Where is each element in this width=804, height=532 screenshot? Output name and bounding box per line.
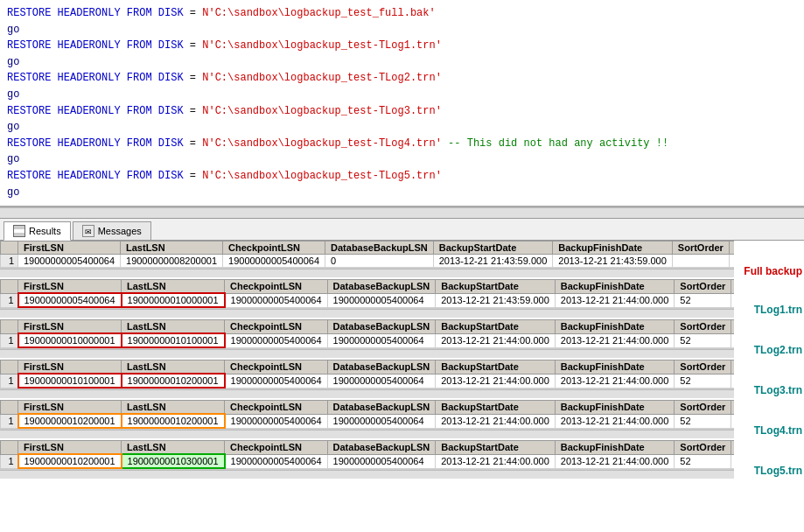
- cell-5: 2013-12-21 21:43:59.000: [553, 255, 673, 268]
- cell-6: 52: [675, 414, 731, 428]
- hscroll-4[interactable]: [0, 430, 734, 438]
- result-block-4: FirstLSNLastLSNCheckpointLSNDatabaseBack…: [0, 400, 804, 438]
- sql-line-5: RESTORE HEADERONLY FROM DISK = N'C:\sand…: [7, 70, 797, 87]
- cell-6: 52: [675, 374, 731, 388]
- col-header-firstlsn: FirstLSN: [18, 441, 122, 455]
- result-scroll-4[interactable]: FirstLSNLastLSNCheckpointLSNDatabaseBack…: [0, 400, 734, 430]
- cell-0: 19000000010100001: [18, 374, 122, 388]
- result-scroll-2[interactable]: FirstLSNLastLSNCheckpointLSNDatabaseBack…: [0, 319, 734, 349]
- col-header-firstlsn: FirstLSN: [18, 320, 122, 334]
- result-label-2: TLog2.trn: [754, 344, 802, 356]
- col-header-sortorder: SortOrder: [672, 242, 729, 255]
- cell-3: 0: [325, 255, 434, 268]
- cell-2: 19000000005400064: [225, 374, 328, 388]
- sql-line-6: go: [7, 87, 797, 103]
- result-label-0: Full backup: [744, 265, 802, 277]
- cell-3: 19000000005400064: [327, 414, 436, 428]
- cell-2: 19000000005400064: [225, 454, 328, 468]
- cell-0: 19000000010200001: [18, 454, 122, 468]
- col-header-checkpointlsn: CheckpointLSN: [225, 280, 328, 294]
- result-block-5: FirstLSNLastLSNCheckpointLSNDatabaseBack…: [0, 440, 804, 479]
- hscroll-2[interactable]: [0, 349, 734, 358]
- result-scroll-3[interactable]: FirstLSNLastLSNCheckpointLSNDatabaseBack…: [0, 360, 734, 389]
- row-number: 1: [1, 333, 18, 347]
- col-header-firstlsn: FirstLSN: [18, 280, 122, 294]
- cell-5: 2013-12-21 21:44:00.000: [555, 414, 675, 428]
- cell-4: 2013-12-21 21:43:59.000: [436, 293, 556, 307]
- results-container[interactable]: FirstLSNLastLSNCheckpointLSNDatabaseBack…: [0, 241, 804, 532]
- result-block-0: FirstLSNLastLSNCheckpointLSNDatabaseBack…: [0, 241, 804, 277]
- result-scroll-0[interactable]: FirstLSNLastLSNCheckpointLSNDatabaseBack…: [0, 241, 734, 269]
- col-header-codepage: CodePage: [731, 320, 734, 334]
- col-header-sortorder: SortOrder: [675, 320, 731, 334]
- sql-line-2: go: [7, 22, 797, 38]
- col-header-backupstartdate: BackupStartDate: [436, 441, 556, 455]
- cell-3: 19000000005400064: [327, 333, 436, 347]
- cell-1: 19000000010000001: [122, 293, 225, 307]
- tab-messages[interactable]: ✉ Messages: [73, 221, 151, 240]
- sql-line-10: go: [7, 151, 797, 168]
- hscroll-3[interactable]: [0, 389, 734, 398]
- col-header-firstlsn: FirstLSN: [18, 242, 121, 255]
- col-header-backupfinishdate: BackupFinishDate: [555, 320, 675, 334]
- cell-6: 52: [675, 293, 731, 307]
- col-header-codepage: CodePage: [729, 242, 734, 255]
- cell-0: 19000000010200001: [18, 414, 122, 428]
- col-header-sortorder: SortOrder: [675, 441, 731, 455]
- col-header-backupfinishdate: BackupFinishDate: [555, 280, 675, 294]
- cell-2: 19000000005400064: [225, 293, 328, 307]
- cell-5: 2013-12-21 21:44:00.000: [555, 293, 675, 307]
- hscroll-0[interactable]: [0, 269, 734, 277]
- message-icon: ✉: [82, 225, 94, 237]
- hscroll-5[interactable]: [0, 470, 734, 479]
- sql-editor[interactable]: RESTORE HEADERONLY FROM DISK = N'C:\sand…: [0, 0, 804, 207]
- cell-4: 2013-12-21 21:44:00.000: [436, 374, 556, 388]
- results-area: Results ✉ Messages FirstLSNLastLSNCheckp…: [0, 218, 804, 532]
- result-scroll-5[interactable]: FirstLSNLastLSNCheckpointLSNDatabaseBack…: [0, 440, 734, 470]
- cell-2: 19000000005400064: [225, 333, 328, 347]
- result-label-5: TLog5.trn: [754, 465, 802, 477]
- result-block-3: FirstLSNLastLSNCheckpointLSNDatabaseBack…: [0, 360, 804, 398]
- col-header-databasebackuplsn: DatabaseBackupLSN: [327, 401, 436, 415]
- result-table-4: FirstLSNLastLSNCheckpointLSNDatabaseBack…: [0, 400, 734, 429]
- col-header-backupstartdate: BackupStartDate: [436, 360, 556, 374]
- col-header-lastlsn: LastLSN: [122, 360, 225, 374]
- col-header-checkpointlsn: CheckpointLSN: [225, 360, 328, 374]
- tab-results[interactable]: Results: [3, 221, 71, 241]
- sql-line-7: RESTORE HEADERONLY FROM DISK = N'C:\sand…: [7, 103, 797, 120]
- result-table-3: FirstLSNLastLSNCheckpointLSNDatabaseBack…: [0, 360, 734, 388]
- col-header-firstlsn: FirstLSN: [18, 401, 122, 415]
- cell-6: [672, 255, 729, 268]
- result-block-1: FirstLSNLastLSNCheckpointLSNDatabaseBack…: [0, 279, 804, 318]
- col-header-databasebackuplsn: DatabaseBackupLSN: [327, 360, 436, 374]
- col-header-codepage: CodePage: [731, 360, 734, 374]
- row-number: 1: [1, 374, 18, 388]
- table-row: 1190000000102000011900000001030000119000…: [1, 454, 735, 468]
- result-scroll-1[interactable]: FirstLSNLastLSNCheckpointLSNDatabaseBack…: [0, 279, 734, 309]
- editor-hscroll[interactable]: [0, 207, 804, 218]
- col-header-sortorder: SortOrder: [675, 280, 731, 294]
- col-header-backupfinishdate: BackupFinishDate: [553, 242, 673, 255]
- col-header-lastlsn: LastLSN: [122, 320, 225, 334]
- col-header-lastlsn: LastLSN: [122, 280, 225, 294]
- tab-results-label: Results: [29, 226, 61, 236]
- cell-6: 52: [675, 333, 731, 347]
- cell-0: 19000000010000001: [18, 333, 122, 347]
- result-label-3: TLog3.trn: [754, 384, 802, 396]
- cell-4: 2013-12-21 21:43:59.000: [433, 255, 553, 268]
- hscroll-1[interactable]: [0, 309, 734, 318]
- col-header-checkpointlsn: CheckpointLSN: [225, 320, 328, 334]
- col-header-codepage: CodePage: [731, 280, 734, 294]
- cell-4: 2013-12-21 21:44:00.000: [436, 454, 556, 468]
- col-header-backupfinishdate: BackupFinishDate: [555, 401, 675, 415]
- col-header-backupfinishdate: BackupFinishDate: [555, 441, 675, 455]
- col-header-databasebackuplsn: DatabaseBackupLSN: [325, 242, 434, 255]
- cell-1: 19000000010200001: [122, 374, 225, 388]
- table-row: 1190000000054000641900000000820000119000…: [1, 255, 735, 268]
- table-row: 1190000000100000011900000001010000119000…: [1, 333, 735, 347]
- cell-7: 1: [731, 333, 734, 347]
- cell-7: [731, 454, 734, 468]
- col-header-backupstartdate: BackupStartDate: [436, 320, 556, 334]
- result-table-0: FirstLSNLastLSNCheckpointLSNDatabaseBack…: [0, 241, 734, 268]
- sql-line-11: RESTORE HEADERONLY FROM DISK = N'C:\sand…: [7, 168, 797, 185]
